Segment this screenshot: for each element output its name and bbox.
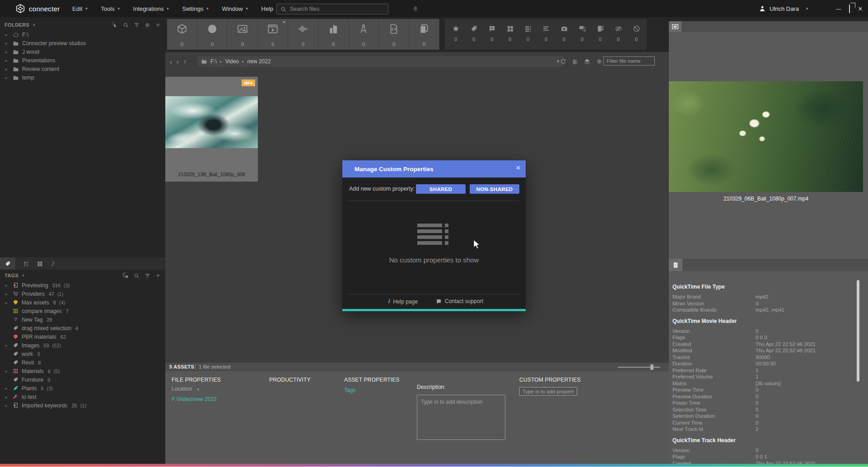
global-search[interactable] [276, 4, 388, 14]
description-input[interactable] [417, 395, 505, 440]
chevron-right-icon[interactable]: ▸ [5, 395, 9, 399]
chevron-down-icon[interactable]: ▼ [556, 59, 560, 64]
preview-tab[interactable] [669, 21, 681, 32]
breadcrumb[interactable]: F:\ ▸ Video ▸ new 2022 ▼ [197, 56, 564, 67]
chevron-down-icon[interactable]: ▼ [32, 23, 36, 27]
contact-support-link[interactable]: Contact support [436, 298, 483, 304]
preview-image[interactable] [669, 81, 863, 192]
pick-folder-icon[interactable] [112, 22, 118, 28]
tag-item[interactable]: ▸ New Tag 28 [0, 315, 165, 324]
folder-item[interactable]: ▸ Review content [0, 65, 165, 73]
tag-item[interactable]: ▸ Imported keywords 25 (1) [0, 401, 165, 410]
back-button[interactable]: ‹ [170, 58, 172, 65]
search-tags-icon[interactable] [134, 273, 140, 279]
type-filter-cell[interactable]: ▼ 0 [409, 19, 439, 50]
non-shared-button[interactable]: NON-SHARED [470, 184, 519, 194]
file-tile[interactable]: MP4 210329_13B_Bali_1080p_008 [165, 77, 258, 182]
breadcrumb-segment[interactable]: new 2022 [247, 58, 271, 65]
forward-button[interactable]: › [177, 58, 179, 65]
chevron-right-icon[interactable]: ▸ [5, 33, 9, 37]
chevron-down-icon[interactable]: ▼ [21, 274, 25, 278]
filter-folders-icon[interactable] [134, 22, 140, 28]
tag-item[interactable]: ▸ PBR materials 62 [0, 332, 165, 341]
status-filter-cell[interactable]: 0 [501, 19, 519, 50]
chevron-right-icon[interactable]: ▸ [5, 403, 9, 408]
type-filter-cell[interactable]: ▼ 0 [349, 19, 379, 50]
tag-item[interactable]: ▸ Furniture 3 [0, 375, 165, 384]
filter-tags-icon[interactable] [145, 273, 150, 279]
menu-item[interactable]: Edit ▼ [72, 5, 88, 12]
chevron-right-icon[interactable]: ▸ [5, 369, 9, 374]
up-button[interactable]: ↑ [183, 58, 187, 65]
tag-item[interactable]: ▸ Revit 8 [0, 358, 165, 367]
sort-tags-icon[interactable] [23, 260, 29, 268]
add-property-input[interactable] [519, 387, 577, 396]
chevron-down-icon[interactable]: ▼ [282, 20, 286, 24]
folder-item[interactable]: ▸ Presentations [0, 56, 165, 65]
chevron-right-icon[interactable]: ▸ [5, 386, 9, 391]
search-folders-icon[interactable] [123, 22, 129, 28]
tiles-view-icon[interactable] [37, 260, 43, 268]
tag-item[interactable]: ▸ Plants 5 (3) [0, 384, 165, 392]
tag-item[interactable]: ▸ Max assets 8 (4) [0, 298, 165, 307]
tags-tab[interactable] [0, 257, 15, 270]
chevron-right-icon[interactable]: ▸ [5, 67, 9, 71]
add-folder-icon[interactable] [155, 22, 161, 28]
user-menu[interactable]: Ulrich Dara ▼ [759, 0, 809, 17]
breadcrumb-segment[interactable]: Video [225, 58, 239, 65]
folder-item[interactable]: ▸ J wood [0, 47, 165, 56]
menu-item[interactable]: Tools ▼ [101, 5, 120, 12]
status-filter-cell[interactable]: 0 [483, 19, 501, 50]
chevron-right-icon[interactable]: ▸ [5, 41, 9, 46]
tag-item[interactable]: ▸ work 3 [0, 350, 165, 358]
chevron-right-icon[interactable]: ▸ [5, 343, 9, 348]
tag-check-icon[interactable] [122, 272, 129, 279]
add-tag-icon[interactable] [155, 273, 161, 278]
type-filter-cell[interactable]: ▼ 0 [288, 19, 318, 50]
location-link[interactable]: F:\Video\new 2022 [172, 396, 221, 403]
restore-button[interactable] [849, 5, 850, 12]
gear-icon[interactable] [145, 22, 150, 28]
tag-item[interactable]: ▸ Previewing 316 (3) [0, 281, 165, 290]
tag-item[interactable]: ▸ Images 59 (52) [0, 341, 165, 350]
breadcrumb-segment[interactable]: F:\ [210, 58, 217, 65]
tags-link[interactable]: Tags [344, 387, 400, 394]
tag-item[interactable]: ▸ Materials 6 (5) [0, 367, 165, 375]
type-filter-cell[interactable]: ▼ 0 [228, 19, 258, 50]
chevron-right-icon[interactable]: ▸ [5, 50, 9, 54]
close-button[interactable]: × [858, 5, 863, 13]
refresh-icon[interactable] [560, 58, 566, 65]
type-filter-cell[interactable]: ▼ 0 [167, 19, 197, 50]
menu-item[interactable]: Settings ▼ [182, 5, 209, 12]
folder-item[interactable]: ▸ Connecter preview studios [0, 39, 165, 47]
chevron-right-icon[interactable]: ▸ [5, 283, 9, 288]
location-toggle[interactable]: Location ▼ [172, 385, 221, 393]
status-filter-cell[interactable]: 0 [465, 19, 483, 50]
type-filter-cell[interactable]: ▼ 0 [379, 19, 409, 50]
tag-item[interactable]: ▸ compare images 7 [0, 307, 165, 315]
menu-item[interactable]: Window ▼ [222, 5, 248, 12]
status-filter-cell[interactable]: 0 [591, 19, 609, 50]
status-filter-cell[interactable]: 0 [537, 19, 555, 50]
help-page-link[interactable]: i Help page [388, 298, 418, 305]
search-input[interactable] [289, 5, 384, 13]
notifications-bell-icon[interactable] [412, 5, 419, 13]
tag-item[interactable]: ▸ Providers 47 (1) [0, 290, 165, 298]
metadata-scrollbar[interactable] [857, 280, 859, 382]
status-filter-cell[interactable]: 0 [573, 19, 591, 50]
slider-handle[interactable] [650, 364, 653, 370]
chevron-right-icon[interactable]: ▸ [5, 75, 9, 80]
layers-icon[interactable] [584, 58, 590, 65]
close-icon[interactable]: × [516, 164, 520, 172]
status-filter-cell[interactable]: 0 [555, 19, 573, 50]
folder-item[interactable]: ▸ temp [0, 73, 165, 82]
file-thumbnail[interactable] [165, 96, 258, 148]
chevron-right-icon[interactable]: ▸ [5, 58, 9, 63]
auto-arrange-icon[interactable] [50, 260, 56, 268]
type-filter-cell[interactable]: ▼ 0 [197, 19, 228, 50]
type-filter-cell[interactable]: ▼ 5 [258, 19, 288, 50]
view-options-icon[interactable] [572, 59, 578, 65]
thumbnail-size-slider[interactable] [618, 367, 660, 368]
status-filter-cell[interactable]: 0 [447, 19, 465, 50]
menu-item[interactable]: Integrations ▼ [133, 5, 170, 12]
